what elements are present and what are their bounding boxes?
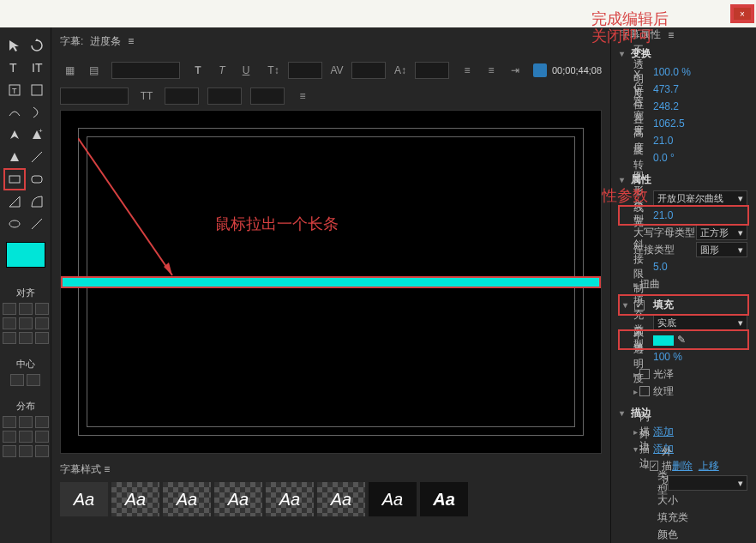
- main-layout: T IT T +: [0, 27, 756, 543]
- graphic-type-select[interactable]: 开放贝塞尔曲线▾: [653, 190, 747, 206]
- dist-btn[interactable]: [35, 431, 49, 443]
- y-pos-value[interactable]: 248.2: [653, 100, 747, 112]
- rounded-rect-tool[interactable]: [27, 170, 46, 189]
- dist-btn[interactable]: [3, 416, 16, 428]
- panel-menu-icon[interactable]: ≡: [668, 29, 674, 41]
- center-panel: 字幕: 进度条 ≡ ▦ ▤ T T U T↕ AV A↕: [51, 27, 610, 543]
- fill-opacity-value[interactable]: 100 %: [653, 351, 747, 363]
- tracking-input[interactable]: [165, 87, 199, 105]
- stroke-moveup[interactable]: 上移: [699, 460, 719, 472]
- miter-value[interactable]: 5.0: [653, 261, 747, 273]
- join-select[interactable]: 圆形▾: [696, 242, 747, 257]
- texture-checkbox[interactable]: [639, 386, 650, 396]
- rectangle-tool[interactable]: [5, 170, 24, 189]
- arc-tool[interactable]: [27, 192, 46, 211]
- dist-btn[interactable]: [3, 431, 16, 443]
- style-thumb[interactable]: Aa: [266, 482, 314, 516]
- width-value[interactable]: 1062.5: [653, 118, 747, 130]
- template-btn[interactable]: ▦: [60, 61, 79, 80]
- canvas[interactable]: 鼠标拉出一个长条: [60, 110, 602, 454]
- fill-color-chip[interactable]: [653, 335, 674, 346]
- italic-btn[interactable]: T: [213, 61, 231, 80]
- stroke-type-select[interactable]: ▾: [668, 475, 747, 491]
- align-right-btn[interactable]: ≡: [293, 87, 312, 106]
- leading-input[interactable]: [415, 62, 449, 79]
- ellipse-tool[interactable]: [5, 214, 24, 233]
- vertical-area-text-tool[interactable]: [27, 81, 46, 100]
- opacity-value[interactable]: 100.0 %: [653, 66, 747, 78]
- roll-btn[interactable]: ▤: [84, 61, 103, 80]
- align-btn[interactable]: [19, 317, 33, 329]
- line-tool[interactable]: [27, 214, 46, 233]
- height-value[interactable]: 21.0: [653, 135, 747, 147]
- style-thumb[interactable]: Aa: [317, 482, 365, 516]
- kerning-input[interactable]: [351, 62, 386, 79]
- underline-btn[interactable]: U: [237, 61, 255, 80]
- pen-tool[interactable]: [5, 125, 24, 144]
- font-family-select[interactable]: [111, 62, 180, 79]
- tab-btn[interactable]: ⇥: [506, 61, 525, 80]
- wedge-tool[interactable]: [5, 192, 24, 211]
- x-pos-value[interactable]: 473.7: [653, 83, 747, 95]
- dist-btn[interactable]: [3, 445, 16, 457]
- align-left-btn[interactable]: ≡: [458, 61, 477, 80]
- align-label: 对齐: [3, 287, 47, 299]
- area-text-tool[interactable]: T: [5, 81, 24, 100]
- style-thumb[interactable]: Aa: [369, 482, 417, 516]
- add-anchor-tool[interactable]: +: [27, 125, 46, 144]
- small-caps-btn[interactable]: TT: [137, 87, 156, 106]
- align-btn[interactable]: [19, 332, 33, 344]
- baseline-input[interactable]: [207, 87, 242, 105]
- font-size-input[interactable]: [288, 62, 322, 79]
- text-tool[interactable]: T: [5, 58, 24, 77]
- dist-btn[interactable]: [35, 416, 49, 428]
- inner-stroke-add[interactable]: 添加: [653, 425, 747, 439]
- font-size-icon: T↕: [264, 61, 283, 80]
- drawn-rectangle-object[interactable]: [61, 276, 601, 288]
- font-style-select[interactable]: [60, 87, 129, 105]
- selection-tool[interactable]: [5, 36, 24, 55]
- line-width-value[interactable]: 21.0: [653, 209, 747, 221]
- dist-btn[interactable]: [19, 416, 33, 428]
- center-btn[interactable]: [27, 374, 40, 386]
- caps-select[interactable]: 正方形▾: [696, 225, 747, 240]
- align-btn[interactable]: [19, 303, 33, 315]
- rotation-value[interactable]: 0.0 °: [653, 152, 747, 164]
- gloss-checkbox[interactable]: [639, 369, 650, 379]
- title-name: 进度条: [90, 34, 121, 49]
- timecode-icon[interactable]: [533, 63, 547, 77]
- align-btn[interactable]: [35, 303, 49, 315]
- stroke-filltype-label: 填充类: [657, 510, 747, 525]
- rotate-tool[interactable]: [27, 36, 46, 55]
- style-thumb[interactable]: Aa: [420, 482, 468, 516]
- align-center-btn[interactable]: ≡: [482, 61, 501, 80]
- dist-btn[interactable]: [19, 431, 33, 443]
- style-thumb[interactable]: Aa: [163, 482, 211, 516]
- eyedropper-icon[interactable]: ✎: [677, 334, 686, 346]
- convert-anchor-tool[interactable]: [27, 148, 46, 166]
- stroke-size-label: 大小: [657, 493, 747, 508]
- color-swatch[interactable]: [6, 242, 45, 268]
- panel-menu-icon[interactable]: ≡: [128, 35, 134, 47]
- stroke-delete[interactable]: 删除: [672, 460, 693, 472]
- distort-label[interactable]: 扭曲: [639, 277, 747, 292]
- dist-btn[interactable]: [19, 445, 33, 457]
- vertical-path-text-tool[interactable]: [27, 103, 46, 122]
- style-thumb[interactable]: Aa: [60, 482, 108, 516]
- center-btn[interactable]: [10, 374, 24, 386]
- dist-btn[interactable]: [35, 445, 49, 457]
- vertical-text-tool[interactable]: IT: [27, 58, 46, 77]
- delete-anchor-tool[interactable]: [5, 148, 24, 166]
- align-btn[interactable]: [3, 303, 16, 315]
- align-btn[interactable]: [3, 332, 16, 344]
- bold-btn[interactable]: T: [189, 61, 207, 80]
- style-thumb[interactable]: Aa: [214, 482, 262, 516]
- style-thumb[interactable]: Aa: [111, 482, 159, 516]
- fill-type-select[interactable]: 实底▾: [653, 315, 747, 330]
- align-btn[interactable]: [35, 317, 49, 329]
- slant-input[interactable]: [250, 87, 285, 105]
- close-button[interactable]: ×: [732, 6, 753, 21]
- align-btn[interactable]: [35, 332, 49, 344]
- align-btn[interactable]: [3, 317, 16, 329]
- path-text-tool[interactable]: [5, 103, 24, 122]
